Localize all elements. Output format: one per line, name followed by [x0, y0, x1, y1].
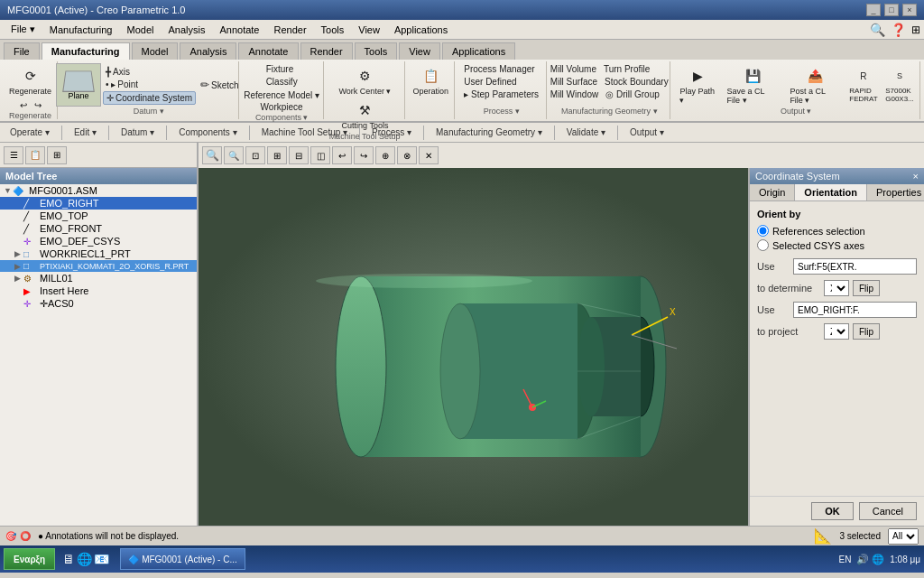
tab-annotate[interactable]: Annotate	[238, 42, 298, 60]
subtoolbar-components[interactable]: Components ▾	[172, 126, 243, 139]
spin-btn[interactable]: ↩	[332, 146, 352, 164]
tab-tools[interactable]: Tools	[355, 42, 398, 60]
mill-volume-button[interactable]: Mill Volume	[548, 63, 599, 75]
wireframe-btn[interactable]: ⊗	[397, 146, 417, 164]
taskbar-icon-1[interactable]: 🖥	[62, 552, 75, 566]
radio-references-input[interactable]	[757, 225, 769, 237]
menu-view[interactable]: View	[351, 23, 387, 37]
cancel-button[interactable]: Cancel	[859, 502, 917, 520]
undo-button[interactable]: ↩	[17, 99, 30, 111]
tab-analysis[interactable]: Analysis	[180, 42, 236, 60]
tab-origin[interactable]: Origin	[750, 184, 795, 200]
close-view-btn[interactable]: ✕	[419, 146, 439, 164]
subtoolbar-edit[interactable]: Edit ▾	[68, 126, 103, 139]
radio-csys-input[interactable]	[757, 239, 769, 251]
operation-button[interactable]: 📋 Operation	[409, 63, 452, 98]
use-input-2[interactable]	[793, 302, 917, 318]
taskbar-icon-3[interactable]: 📧	[94, 552, 109, 566]
menu-manufacturing[interactable]: Manufacturing	[42, 23, 120, 37]
tree-item-mill01[interactable]: ▶ ⚙ MILL01	[0, 272, 197, 284]
workpiece-button[interactable]: Workpiece	[258, 101, 306, 113]
subtoolbar-datum[interactable]: Datum ▾	[115, 126, 161, 139]
close-button[interactable]: ×	[902, 4, 917, 16]
taskbar-icon-2[interactable]: 🌐	[77, 552, 92, 566]
subtoolbar-process[interactable]: Process ▾	[365, 126, 418, 139]
3d-viewport[interactable]: X	[199, 168, 748, 526]
stock-boundary-button[interactable]: Stock Boundary	[602, 76, 671, 88]
tab-view[interactable]: View	[399, 42, 440, 60]
display-btn[interactable]: ↪	[354, 146, 374, 164]
regenerate-button[interactable]: ⟳ Regenerate	[5, 63, 55, 98]
help-icon[interactable]: ❓	[891, 23, 906, 37]
tree-filter-btn[interactable]: 📋	[25, 146, 45, 164]
ok-button[interactable]: OK	[811, 502, 854, 520]
tree-item-emo-right[interactable]: ╱ EMO_RIGHT	[0, 197, 197, 210]
tab-applications[interactable]: Applications	[442, 42, 515, 60]
subtoolbar-operate[interactable]: Operate ▾	[4, 126, 56, 139]
rapid-fedrat-button[interactable]: R RAPID FEDRAT	[847, 63, 880, 107]
mill-window-button[interactable]: Mill Window	[548, 89, 601, 100]
tree-item-ptixiaki[interactable]: ▶ □ PTIXIAKI_KOMMATI_2O_XORIS_R.PRT	[0, 260, 197, 272]
view-named-btn[interactable]: ◫	[310, 146, 330, 164]
post-cl-button[interactable]: 📤 Post a CL File ▾	[786, 63, 844, 107]
plane-button[interactable]: Plane	[56, 63, 101, 107]
drill-group-button[interactable]: ◎ Drill Group	[603, 89, 662, 100]
use-input-1[interactable]	[793, 258, 917, 275]
sketch-button[interactable]: ✏ Sketch	[198, 78, 242, 92]
tab-model[interactable]: Model	[132, 42, 179, 60]
fixture-button[interactable]: Fixture	[263, 63, 300, 75]
menu-tools[interactable]: Tools	[314, 23, 352, 37]
maximize-button[interactable]: □	[884, 4, 899, 16]
to-project-select[interactable]: X Y Z	[824, 323, 849, 340]
tab-orientation[interactable]: Orientation	[795, 184, 867, 200]
tab-manufacturing[interactable]: Manufacturing	[42, 42, 130, 60]
tree-expand-btn[interactable]: ⊞	[47, 146, 67, 164]
to-determine-select[interactable]: X Y Z	[824, 280, 849, 296]
flip-button-2[interactable]: Flip	[853, 323, 880, 340]
flip-button-1[interactable]: Flip	[853, 280, 880, 296]
s7000k-button[interactable]: S S7000K G00X3...	[883, 63, 916, 107]
tree-item-emo-def-csys[interactable]: ✛ EMO_DEF_CSYS	[0, 235, 197, 247]
subtoolbar-output[interactable]: Output ▾	[624, 126, 670, 139]
expand-icon[interactable]: ⊞	[911, 23, 920, 36]
tree-settings-btn[interactable]: ☰	[4, 146, 23, 164]
zoom-fit-btn[interactable]: ⊡	[245, 146, 265, 164]
tab-render[interactable]: Render	[300, 42, 353, 60]
help-search-icon[interactable]: 🔍	[870, 23, 885, 37]
menu-analysis[interactable]: Analysis	[161, 23, 212, 37]
user-defined-button[interactable]: User Defined	[461, 76, 541, 88]
step-parameters-button[interactable]: ▸ Step Parameters	[461, 89, 541, 100]
menu-file[interactable]: File ▾	[4, 22, 42, 37]
process-manager-button[interactable]: Process Manager	[461, 63, 541, 75]
menu-applications[interactable]: Applications	[387, 23, 455, 37]
menu-render[interactable]: Render	[266, 23, 313, 37]
pan-btn[interactable]: ⊟	[289, 146, 309, 164]
tree-item-insert-here[interactable]: ▶ Insert Here	[0, 284, 197, 297]
tab-properties[interactable]: Properties	[867, 184, 924, 200]
turn-profile-button[interactable]: Turn Profile	[601, 63, 652, 75]
axis-button[interactable]: ╋ Axis	[103, 66, 196, 78]
coord-sys-button[interactable]: ✛ Coordinate System	[103, 91, 196, 105]
mill-surface-button[interactable]: Mill Surface	[548, 76, 600, 88]
redo-button[interactable]: ↪	[32, 99, 44, 111]
menu-model[interactable]: Model	[120, 23, 162, 37]
minimize-button[interactable]: _	[866, 4, 881, 16]
taskbar-creo-window[interactable]: 🔷 MFG0001 (Active) - C...	[120, 548, 245, 570]
tree-item-emo-front[interactable]: ╱ EMO_FRONT	[0, 222, 197, 235]
work-center-button[interactable]: ⚙ Work Center ▾	[336, 63, 395, 98]
menu-annotate[interactable]: Annotate	[212, 23, 266, 37]
subtoolbar-mfg-geo[interactable]: Manufacturing Geometry ▾	[430, 126, 549, 139]
zoom-out-btn[interactable]: 🔍	[224, 146, 244, 164]
selection-filter-dropdown[interactable]: All	[888, 528, 919, 545]
radio-csys-axes[interactable]: Selected CSYS axes	[757, 239, 917, 251]
radio-references[interactable]: References selection	[757, 225, 917, 237]
point-button[interactable]: • ▸ Point	[103, 79, 196, 90]
subtoolbar-validate[interactable]: Validate ▾	[560, 126, 612, 139]
classify-button[interactable]: Classify	[263, 76, 300, 88]
save-cl-button[interactable]: 💾 Save a CL File ▾	[724, 63, 783, 107]
coord-panel-close[interactable]: ×	[913, 171, 919, 182]
tab-file[interactable]: File	[4, 42, 40, 60]
tree-item-workriecl[interactable]: ▶ □ WORKRIECL1_PRT	[0, 247, 197, 260]
subtoolbar-machine-tool[interactable]: Machine Tool Setup ▾	[255, 126, 354, 139]
tree-item-emo-top[interactable]: ╱ EMO_TOP	[0, 210, 197, 222]
